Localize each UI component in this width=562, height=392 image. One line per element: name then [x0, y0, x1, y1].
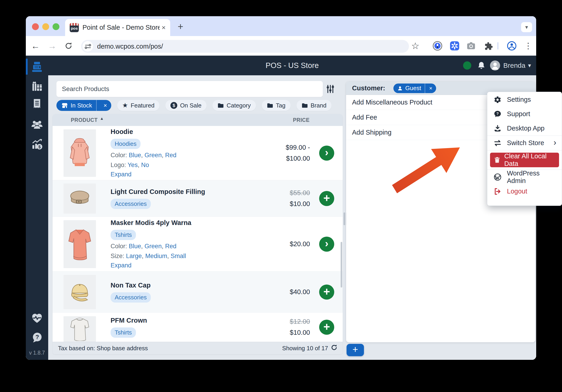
- price-column-header[interactable]: PRICE: [293, 117, 310, 123]
- expand-link[interactable]: Expand: [111, 171, 255, 178]
- svg-text:?: ?: [496, 112, 499, 116]
- refresh-icon[interactable]: [331, 344, 338, 353]
- profile-icon[interactable]: [506, 40, 517, 51]
- bookmark-star-icon[interactable]: ☆: [410, 40, 421, 51]
- attr-link[interactable]: Red: [165, 243, 176, 250]
- trash-icon: [494, 156, 500, 164]
- reload-icon[interactable]: [63, 40, 74, 51]
- add-to-cart-button[interactable]: +: [319, 285, 334, 300]
- panel-resize-handle[interactable]: [344, 213, 345, 225]
- tab-search-chevron-icon[interactable]: ▾: [521, 22, 532, 32]
- browser-tab[interactable]: pos Point of Sale - Demo Store ×: [65, 19, 170, 36]
- old-price: $12.00: [255, 316, 310, 327]
- help-bubble-icon: ?: [31, 332, 43, 343]
- address-bar[interactable]: demo.wcpos.com/pos/: [81, 40, 409, 53]
- menu-item-switch-store[interactable]: Switch Store ›: [487, 136, 562, 150]
- site-settings-icon[interactable]: [82, 41, 93, 52]
- chip-close-icon[interactable]: ×: [99, 102, 111, 109]
- product-category-tag[interactable]: Hoodies: [111, 139, 140, 149]
- expand-link[interactable]: Expand: [111, 262, 255, 269]
- new-order-button[interactable]: +: [347, 344, 364, 356]
- screenshot-camera-icon[interactable]: [466, 40, 477, 51]
- attr-link[interactable]: Blue: [129, 243, 145, 250]
- chip-on-sale[interactable]: $ On Sale: [165, 100, 207, 111]
- attr-link[interactable]: Yes: [128, 162, 141, 168]
- traffic-light-close[interactable]: [32, 23, 39, 30]
- extensions-puzzle-icon[interactable]: [482, 40, 493, 51]
- sidebar-item-customers[interactable]: [31, 119, 43, 131]
- notifications-bell-icon[interactable]: [476, 60, 486, 70]
- table-footer: Tax based on: Shop base address Showing …: [53, 342, 343, 354]
- add-to-cart-button[interactable]: +: [319, 191, 334, 206]
- attr-link[interactable]: Green: [145, 152, 165, 158]
- menu-item-desktop-app[interactable]: Desktop App: [487, 121, 562, 135]
- attr-link[interactable]: Medium: [145, 253, 171, 259]
- product-price: $20.00: [255, 239, 310, 250]
- new-tab-button[interactable]: +: [175, 21, 186, 32]
- sidebar-item-help[interactable]: ?: [31, 332, 43, 343]
- product-name: Light Cured Composite Filling: [111, 188, 255, 196]
- user-avatar[interactable]: [490, 60, 500, 70]
- chip-brand[interactable]: Brand: [296, 100, 331, 111]
- product-category-tag[interactable]: Tshirts: [111, 327, 136, 338]
- extension-burst-icon[interactable]: [449, 40, 460, 51]
- menu-item-wordpress-admin[interactable]: WordPress Admin: [487, 170, 562, 184]
- attr-link[interactable]: Green: [145, 243, 165, 250]
- table-row[interactable]: Non Tax Cap Accessories $40.00 +: [53, 271, 343, 313]
- password-manager-icon[interactable]: [432, 40, 443, 51]
- chip-category[interactable]: Category: [212, 100, 256, 111]
- chip-in-stock[interactable]: In Stock ×: [57, 100, 111, 111]
- table-row[interactable]: PFM Crown Tshirts $12.00 $10.00 +: [53, 313, 343, 342]
- plus-icon: +: [323, 286, 330, 297]
- add-to-cart-button[interactable]: +: [319, 320, 334, 335]
- sidebar-item-pos[interactable]: [31, 61, 43, 73]
- filter-sliders-icon[interactable]: [325, 83, 336, 95]
- sidebar-item-status[interactable]: [31, 312, 43, 324]
- clear-local-data-button[interactable]: Clear All Local Data: [490, 153, 559, 167]
- tab-close-icon[interactable]: ×: [162, 24, 166, 32]
- product-column-header[interactable]: PRODUCT: [71, 117, 98, 123]
- product-category-tag[interactable]: Accessories: [111, 292, 151, 302]
- menu-item-support[interactable]: ? Support: [487, 107, 562, 121]
- user-name[interactable]: Brenda: [503, 56, 526, 75]
- support-chat-icon: ?: [493, 110, 502, 118]
- sidebar-item-reports[interactable]: $: [31, 138, 43, 150]
- traffic-light-zoom[interactable]: [53, 23, 59, 30]
- attr-link[interactable]: Blue: [129, 152, 145, 158]
- attr-link[interactable]: Red: [165, 152, 176, 158]
- cash-register-icon: [31, 61, 43, 73]
- search-input[interactable]: [57, 81, 323, 97]
- product-attribute: Color: BlueGreenRed: [111, 243, 255, 250]
- table-row[interactable]: Light Cured Composite Filling Accessorie…: [53, 180, 343, 217]
- back-icon[interactable]: ←: [30, 40, 41, 51]
- menu-item-logout[interactable]: Logout: [487, 184, 562, 199]
- menu-item-settings[interactable]: Settings: [487, 92, 562, 107]
- remove-customer-icon[interactable]: ×: [425, 85, 436, 91]
- sidebar-item-orders[interactable]: [31, 98, 43, 110]
- open-variations-button[interactable]: ›: [319, 146, 334, 161]
- screenshot-stage: pos Point of Sale - Demo Store × + ▾ ← →…: [0, 0, 562, 392]
- chip-label: Category: [227, 102, 251, 109]
- product-attribute: Logo: YesNo: [111, 162, 255, 169]
- attr-link[interactable]: Small: [171, 253, 186, 259]
- tshirt-image: [68, 227, 92, 261]
- product-category-tag[interactable]: Tshirts: [111, 230, 136, 240]
- customer-pill[interactable]: Guest ×: [393, 84, 436, 93]
- product-list-scrollbar[interactable]: [341, 242, 342, 288]
- gifts-icon: [31, 80, 43, 92]
- product-category-tag[interactable]: Accessories: [111, 199, 151, 209]
- open-variations-button[interactable]: ›: [319, 237, 334, 252]
- attr-link[interactable]: No: [141, 162, 149, 168]
- browser-menu-kebab-icon[interactable]: ⋮: [523, 40, 534, 51]
- sidebar-item-products[interactable]: [31, 80, 43, 92]
- product-table: PRODUCT ▲ PRICE Hoodie Hoodies Color: Bl…: [53, 114, 343, 354]
- table-row[interactable]: Hoodie Hoodies Color: BlueGreenRed Logo:…: [53, 126, 343, 180]
- user-menu-caret-icon[interactable]: ▼: [527, 56, 532, 75]
- attr-link[interactable]: Large: [126, 253, 145, 259]
- traffic-light-minimize[interactable]: [42, 23, 49, 30]
- chip-tag[interactable]: Tag: [262, 100, 291, 111]
- forward-icon[interactable]: →: [47, 40, 58, 51]
- online-status-dot: [463, 61, 471, 70]
- table-row[interactable]: Masker Modis 4ply Warna Tshirts Color: B…: [53, 217, 343, 271]
- chip-featured[interactable]: ★ Featured: [117, 100, 159, 111]
